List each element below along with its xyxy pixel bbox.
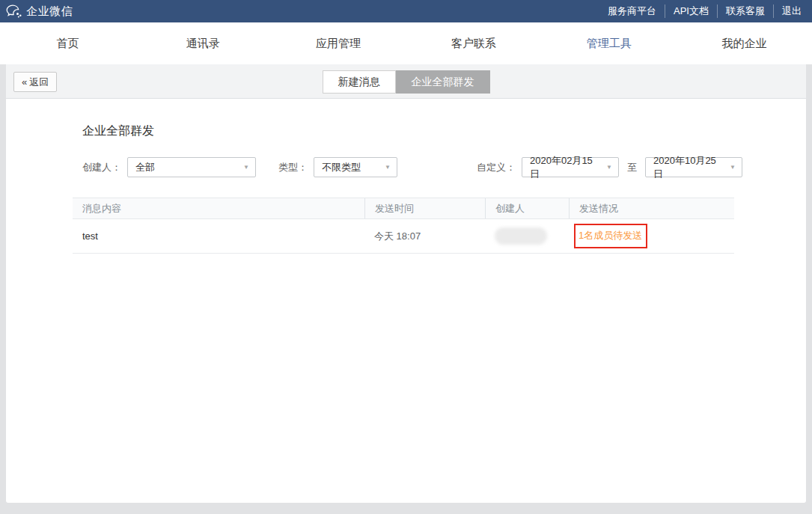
topbar-links: 服务商平台 API文档 联系客服 退出	[599, 4, 803, 18]
pending-members-link[interactable]: 1名成员待发送	[579, 230, 642, 241]
custom-range-label: 自定义：	[477, 161, 516, 174]
table-row: test 今天 18:07 1名成员待发送	[73, 219, 734, 254]
header-creator: 创建人	[485, 198, 569, 218]
creator-select-value: 全部	[135, 161, 155, 174]
topbar-link-api-docs[interactable]: API文档	[665, 4, 717, 18]
cell-message-content: test	[73, 230, 364, 242]
main-nav: 首页 通讯录 应用管理 客户联系 管理工具 我的企业	[0, 22, 812, 64]
table-header-row: 消息内容 发送时间 创建人 发送情况	[73, 198, 734, 219]
topbar-link-contact-support[interactable]: 联系客服	[717, 4, 773, 18]
back-button[interactable]: « 返回	[13, 72, 57, 92]
content-card: « 返回 新建消息 企业全部群发 企业全部群发 创建人： 全部 ▼ 类型： 不限…	[6, 64, 806, 503]
broadcast-table: 消息内容 发送时间 创建人 发送情况 test 今天 18:07 1名成员待发送	[73, 198, 734, 254]
nav-item-contacts[interactable]: 通讯录	[135, 37, 271, 51]
nav-item-my-company[interactable]: 我的企业	[677, 37, 812, 51]
tab-new-message[interactable]: 新建消息	[323, 70, 396, 94]
cell-send-time: 今天 18:07	[364, 230, 485, 243]
header-send-status: 发送情况	[569, 198, 734, 218]
chevron-down-icon: ▼	[385, 164, 391, 171]
topbar-link-provider-platform[interactable]: 服务商平台	[599, 4, 665, 18]
chevron-down-icon: ▼	[606, 164, 612, 171]
filter-bar: 创建人： 全部 ▼ 类型： 不限类型 ▼ 自定义： 2020年02月15日 ▼ …	[82, 157, 806, 177]
annotation-highlight-box: 1名成员待发送	[574, 224, 647, 248]
cell-send-status: 1名成员待发送	[569, 224, 734, 248]
chevron-down-icon: ▼	[243, 164, 249, 171]
brand-name: 企业微信	[26, 4, 73, 19]
type-select-value: 不限类型	[322, 161, 361, 174]
nav-item-management-tools[interactable]: 管理工具	[541, 37, 677, 51]
page-background: « 返回 新建消息 企业全部群发 企业全部群发 创建人： 全部 ▼ 类型： 不限…	[0, 64, 812, 514]
back-button-label: 返回	[29, 76, 49, 89]
nav-item-home[interactable]: 首页	[0, 37, 135, 51]
wecom-logo-icon	[6, 4, 22, 18]
header-send-time: 发送时间	[364, 198, 485, 218]
creator-name-redacted	[495, 227, 547, 245]
topbar-link-logout[interactable]: 退出	[773, 4, 803, 18]
date-to-value: 2020年10月25日	[653, 154, 724, 181]
header-message-content: 消息内容	[73, 198, 364, 218]
card-header: « 返回 新建消息 企业全部群发	[6, 64, 806, 99]
date-from-value: 2020年02月15日	[530, 154, 600, 181]
message-tabs: 新建消息 企业全部群发	[323, 70, 490, 94]
chevron-down-icon: ▼	[730, 164, 736, 171]
cell-creator	[485, 227, 569, 245]
nav-item-customer-contact[interactable]: 客户联系	[406, 37, 541, 51]
card-body: 企业全部群发 创建人： 全部 ▼ 类型： 不限类型 ▼ 自定义： 2020年02…	[6, 99, 806, 254]
type-select[interactable]: 不限类型 ▼	[314, 157, 397, 177]
nav-item-app-management[interactable]: 应用管理	[271, 37, 406, 51]
back-chevrons-icon: «	[22, 76, 27, 88]
date-from-select[interactable]: 2020年02月15日 ▼	[522, 157, 619, 177]
date-to-label: 至	[627, 161, 637, 174]
type-filter-label: 类型：	[278, 161, 308, 174]
tab-company-broadcast[interactable]: 企业全部群发	[396, 70, 490, 94]
brand: 企业微信	[6, 4, 73, 19]
page-title: 企业全部群发	[82, 123, 806, 139]
topbar: 企业微信 服务商平台 API文档 联系客服 退出	[0, 0, 812, 22]
date-to-select[interactable]: 2020年10月25日 ▼	[645, 157, 742, 177]
creator-select[interactable]: 全部 ▼	[127, 157, 256, 177]
creator-filter-label: 创建人：	[82, 161, 121, 174]
